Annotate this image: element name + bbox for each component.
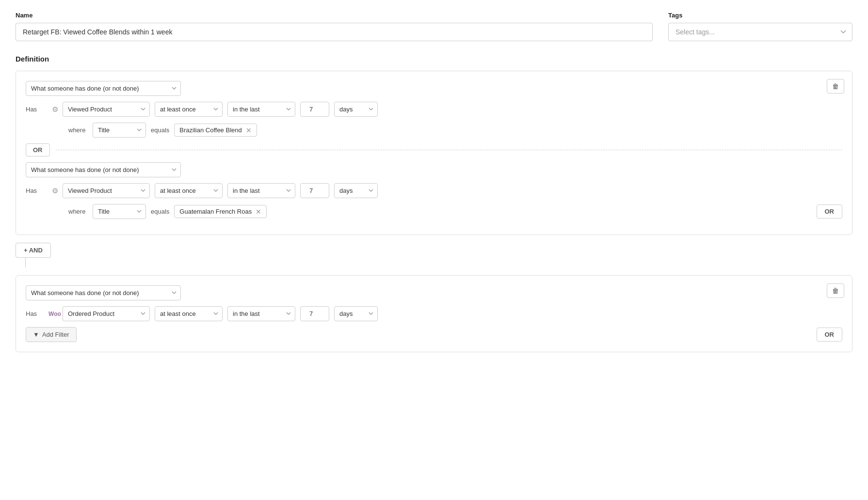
action-row-2: What someone has done (or not done) (26, 162, 842, 177)
bottom-row-actions: ▼ Add Filter OR (26, 327, 842, 342)
condition-group-1: What someone has done (or not done) Has … (26, 81, 842, 138)
gear-icon-2: ⚙ (50, 186, 60, 196)
or-dashed-line-1 (56, 150, 843, 150)
number-input-3[interactable] (300, 306, 329, 321)
name-input[interactable] (16, 23, 653, 41)
where-row-1: where Title equals Brazilian Coffee Blen… (26, 123, 842, 138)
delete-button-block1[interactable]: 🗑 (827, 79, 844, 94)
equals-label-1: equals (151, 126, 169, 134)
name-label: Name (16, 12, 653, 19)
tag-chip-2: Guatemalan French Roas ✕ (174, 205, 267, 218)
title-dropdown-2[interactable]: Title (93, 204, 146, 219)
tag-chip-1: Brazilian Coffee Blend ✕ (174, 124, 257, 137)
or-button-1[interactable]: OR (26, 143, 50, 156)
event-selector-2: ⚙ Viewed Product (50, 183, 150, 198)
action-row-1: What someone has done (or not done) (26, 81, 842, 96)
name-field: Name (16, 12, 653, 41)
action-dropdown-2[interactable]: What someone has done (or not done) (26, 162, 181, 177)
and-connector (25, 258, 26, 267)
condition-block-1-2: 🗑 What someone has done (or not done) Ha… (16, 71, 852, 235)
condition-block-3: 🗑 What someone has done (or not done) Ha… (16, 275, 852, 352)
time-dropdown-1[interactable]: in the last (227, 102, 295, 117)
time-dropdown-3[interactable]: in the last (227, 306, 295, 321)
woo-icon-1: Woo (50, 309, 60, 319)
tag-chip-close-2[interactable]: ✕ (256, 208, 261, 215)
where-label-1: where (68, 126, 88, 134)
tags-select[interactable]: Select tags... (668, 23, 852, 41)
delete-button-block3[interactable]: 🗑 (827, 283, 844, 298)
or-button-block3[interactable]: OR (817, 328, 843, 342)
event-dropdown-3[interactable]: Ordered Product (63, 306, 150, 321)
freq-dropdown-1[interactable]: at least once (155, 102, 223, 117)
has-row-1: Has ⚙ Viewed Product at least once in th… (26, 102, 842, 117)
tag-value-1: Brazilian Coffee Blend (179, 126, 241, 134)
add-filter-label: Add Filter (42, 331, 69, 338)
days-dropdown-3[interactable]: days (334, 306, 378, 321)
condition-group-2: What someone has done (or not done) Has … (26, 162, 842, 219)
where-left-2: where Title equals Guatemalan French Roa… (68, 204, 267, 219)
time-dropdown-2[interactable]: in the last (227, 183, 295, 198)
tags-label: Tags (668, 12, 852, 19)
equals-label-2: equals (151, 208, 169, 215)
event-selector-1: ⚙ Viewed Product (50, 102, 150, 117)
add-filter-button[interactable]: ▼ Add Filter (26, 327, 77, 342)
number-input-1[interactable] (300, 102, 329, 117)
tag-value-2: Guatemalan French Roas (179, 208, 252, 215)
where-label-2: where (68, 208, 88, 215)
and-button[interactable]: + AND (16, 243, 51, 258)
action-dropdown-3[interactable]: What someone has done (or not done) (26, 285, 181, 300)
number-input-2[interactable] (300, 183, 329, 198)
action-row-3: What someone has done (or not done) (26, 285, 842, 300)
event-selector-3: Woo Ordered Product (50, 306, 150, 321)
action-dropdown-1[interactable]: What someone has done (or not done) (26, 81, 181, 96)
or-right-button[interactable]: OR (817, 204, 843, 219)
title-dropdown-1[interactable]: Title (93, 123, 146, 138)
or-separator-1: OR (26, 143, 842, 156)
days-dropdown-2[interactable]: days (334, 183, 378, 198)
tag-chip-close-1[interactable]: ✕ (246, 127, 252, 134)
gear-icon-1: ⚙ (50, 105, 60, 114)
tags-field: Tags Select tags... (668, 12, 852, 41)
where-row-2: where Title equals Guatemalan French Roa… (26, 204, 842, 219)
days-dropdown-1[interactable]: days (334, 102, 378, 117)
has-label-2: Has (26, 187, 45, 194)
has-label-1: Has (26, 106, 45, 113)
has-row-3: Has Woo Ordered Product at least once in… (26, 306, 842, 321)
event-dropdown-2[interactable]: Viewed Product (63, 183, 150, 198)
has-label-3: Has (26, 310, 45, 317)
freq-dropdown-3[interactable]: at least once (155, 306, 223, 321)
filter-icon: ▼ (33, 331, 39, 338)
definition-label: Definition (16, 55, 852, 63)
has-row-2: Has ⚙ Viewed Product at least once in th… (26, 183, 842, 198)
freq-dropdown-2[interactable]: at least once (155, 183, 223, 198)
and-separator: + AND (16, 243, 852, 267)
event-dropdown-1[interactable]: Viewed Product (63, 102, 150, 117)
